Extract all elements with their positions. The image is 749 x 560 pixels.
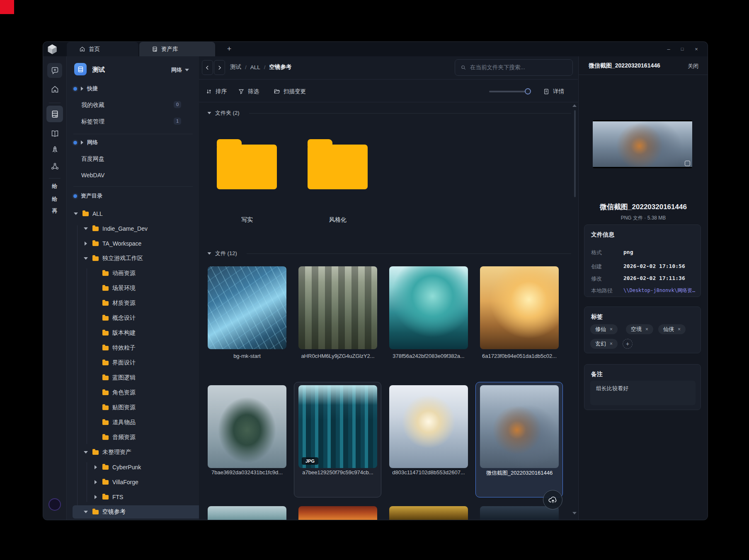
close-button[interactable]: ×: [693, 46, 700, 53]
breadcrumb-all[interactable]: ALL: [250, 64, 260, 70]
file-name[interactable]: aHR0cHM6Ly9jZG4uZGlzY2...: [298, 353, 377, 359]
chevron-down-icon[interactable]: [73, 212, 78, 215]
folder-label[interactable]: 风格化: [298, 216, 377, 224]
tree-item-特效粒子[interactable]: 特效粒子: [67, 341, 199, 355]
tag-玄幻[interactable]: 玄幻×: [590, 339, 618, 349]
file-card[interactable]: 7bae3692da032431bc1fc9d...: [203, 382, 291, 497]
file-thumbnail-partial[interactable]: [208, 506, 286, 520]
info-row-value[interactable]: \\Desktop-j8nonvk\网络资产库\_: [623, 287, 697, 294]
file-thumbnail[interactable]: JPG: [298, 385, 377, 468]
chevron-right-icon[interactable]: [83, 241, 88, 246]
avatar[interactable]: [48, 498, 61, 511]
sidebar-item[interactable]: WebDAV: [67, 169, 199, 181]
section-header[interactable]: 网络: [73, 139, 98, 146]
thumbnail-size-slider[interactable]: [489, 91, 531, 92]
rocket-icon[interactable]: [47, 142, 62, 157]
tree-item-VillaForge[interactable]: VillaForge: [67, 476, 199, 489]
tag-空境[interactable]: 空境×: [626, 324, 653, 334]
tab-home[interactable]: 首页: [67, 42, 138, 56]
tree-item-CyberPunk[interactable]: CyberPunk: [67, 461, 199, 474]
tree-item-材质资源[interactable]: 材质资源: [67, 297, 199, 310]
folder-风格化[interactable]: [308, 145, 368, 189]
sort-button[interactable]: 排序: [206, 85, 227, 98]
tree-item-概念设计[interactable]: 概念设计: [67, 311, 199, 325]
tree-item-未整理资产[interactable]: 未整理资产: [67, 446, 199, 459]
library-badge-icon[interactable]: [74, 63, 87, 75]
directory-header[interactable]: 资产目录: [73, 192, 102, 200]
rail-item-3[interactable]: 再: [43, 207, 66, 215]
add-tag-button[interactable]: +: [623, 339, 633, 349]
search-input[interactable]: 在当前文件夹下搜索...: [455, 59, 573, 76]
expand-icon[interactable]: [685, 161, 690, 166]
new-tab-button[interactable]: +: [225, 45, 234, 54]
file-name[interactable]: 7bae3692da032431bc1fc9d...: [208, 469, 286, 476]
file-thumbnail-partial[interactable]: [389, 506, 468, 520]
chevron-down-icon[interactable]: [83, 451, 88, 454]
remove-tag-icon[interactable]: ×: [678, 326, 681, 332]
book-icon[interactable]: [47, 126, 62, 141]
sidebar-item[interactable]: 标签管理1: [67, 116, 199, 127]
share-nodes-icon[interactable]: [47, 159, 62, 174]
library-scope-dropdown[interactable]: 网络: [171, 66, 189, 74]
tab-assets[interactable]: 资产库: [139, 42, 215, 56]
chevron-right-icon[interactable]: [93, 495, 98, 499]
chat-add-icon[interactable]: [47, 63, 62, 78]
file-preview[interactable]: [593, 120, 692, 168]
remove-tag-icon[interactable]: ×: [610, 326, 613, 332]
tree-item-Indie_Game_Dev[interactable]: Indie_Game_Dev: [67, 222, 199, 235]
file-thumbnail[interactable]: [389, 385, 468, 468]
files-section-header[interactable]: 文件 (12): [207, 250, 571, 257]
tree-item-动画资源[interactable]: 动画资源: [67, 267, 199, 280]
remove-tag-icon[interactable]: ×: [645, 326, 648, 332]
back-button[interactable]: [202, 60, 213, 75]
scroll-down-icon[interactable]: [572, 512, 577, 514]
tree-item-音频资源[interactable]: 音频资源: [67, 431, 199, 444]
tag-仙侠[interactable]: 仙侠×: [658, 324, 686, 334]
upload-button[interactable]: [543, 490, 562, 509]
file-thumbnail[interactable]: [298, 266, 377, 349]
folder-写实[interactable]: [217, 145, 277, 189]
rail-item-1[interactable]: 给: [43, 183, 66, 190]
file-name[interactable]: 6a1723f0b94e051da1db5c02...: [480, 353, 559, 359]
breadcrumb-library[interactable]: 测试: [230, 63, 241, 71]
file-card[interactable]: JPGa7bee129250f79c59c974cb...: [294, 382, 381, 497]
file-thumbnail[interactable]: [208, 266, 286, 349]
remove-tag-icon[interactable]: ×: [610, 341, 613, 347]
details-toggle-button[interactable]: 详情: [543, 85, 564, 98]
file-name[interactable]: d803c1147102d8b553d2607...: [389, 469, 468, 476]
minimize-button[interactable]: –: [665, 46, 672, 53]
tag-修仙[interactable]: 修仙×: [590, 324, 618, 334]
file-thumbnail-partial[interactable]: [480, 506, 559, 520]
file-card[interactable]: d803c1147102d8b553d2607...: [385, 382, 472, 497]
file-name[interactable]: 微信截图_20220320161446: [480, 469, 559, 477]
library-icon-active[interactable]: [46, 106, 63, 122]
rail-item-2[interactable]: 给: [43, 196, 66, 203]
tree-item-贴图资源[interactable]: 贴图资源: [67, 401, 199, 414]
tree-item-版本构建[interactable]: 版本构建: [67, 326, 199, 340]
scan-changes-button[interactable]: 扫描变更: [274, 85, 306, 98]
file-thumbnail[interactable]: [208, 385, 286, 468]
chevron-right-icon[interactable]: [93, 465, 98, 469]
tree-item-角色资源[interactable]: 角色资源: [67, 386, 199, 399]
tree-item-蓝图逻辑[interactable]: 蓝图逻辑: [67, 371, 199, 384]
chevron-right-icon[interactable]: [93, 480, 98, 484]
forward-button[interactable]: [214, 60, 225, 75]
file-thumbnail[interactable]: [389, 266, 468, 349]
tree-item-独立游戏工作区[interactable]: 独立游戏工作区: [67, 252, 199, 265]
tree-item-空镜参考[interactable]: 空镜参考: [73, 505, 199, 519]
notes-input[interactable]: 组长比较看好: [590, 381, 696, 405]
tree-item-TA_Workspace[interactable]: TA_Workspace: [67, 237, 199, 250]
folder-label[interactable]: 写实: [208, 216, 286, 224]
filter-button[interactable]: 筛选: [238, 85, 259, 98]
section-header[interactable]: 快捷: [73, 85, 98, 92]
home-icon[interactable]: [47, 82, 62, 97]
chevron-down-icon[interactable]: [83, 257, 88, 260]
tree-item-界面设计[interactable]: 界面设计: [67, 356, 199, 369]
file-thumbnail-partial[interactable]: [298, 506, 377, 520]
scrollbar-thumb[interactable]: [574, 110, 576, 197]
tree-item-道具物品[interactable]: 道具物品: [67, 416, 199, 429]
chevron-down-icon[interactable]: [83, 227, 88, 230]
file-name[interactable]: a7bee129250f79c59c974cb...: [298, 469, 377, 476]
file-thumbnail[interactable]: [480, 385, 559, 468]
scroll-up-icon[interactable]: [572, 104, 577, 107]
